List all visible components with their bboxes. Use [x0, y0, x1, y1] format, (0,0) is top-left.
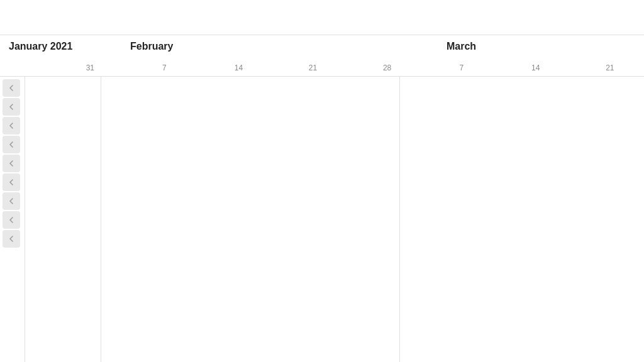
week-number: 28 — [383, 63, 391, 72]
week-number: 7 — [459, 63, 464, 72]
week-number: 7 — [162, 63, 167, 72]
row-collapse-button[interactable] — [3, 79, 20, 97]
timeline-area — [25, 77, 644, 362]
row-controls — [0, 77, 25, 362]
week-number: 14 — [531, 63, 540, 72]
row-collapse-button[interactable] — [3, 98, 20, 116]
row-collapse-button[interactable] — [3, 230, 20, 248]
week-number: 14 — [235, 63, 243, 72]
calendar-header: January 2021FebruaryMarch 31714212871421 — [0, 35, 644, 77]
calendar-body — [0, 77, 644, 362]
week-numbers: 31714212871421 — [0, 60, 644, 76]
row-collapse-button[interactable] — [3, 173, 20, 191]
row-collapse-button[interactable] — [3, 211, 20, 229]
calendar-container: January 2021FebruaryMarch 31714212871421 — [0, 35, 644, 362]
row-collapse-button[interactable] — [3, 136, 20, 153]
month-label: January 2021 — [9, 41, 72, 52]
month-labels: January 2021FebruaryMarch — [0, 35, 644, 58]
row-collapse-button[interactable] — [3, 192, 20, 210]
month-label: March — [447, 41, 476, 52]
month-divider-line — [399, 77, 400, 362]
week-number: 21 — [606, 63, 614, 72]
month-divider-line — [101, 77, 101, 362]
month-label: February — [130, 41, 173, 52]
row-collapse-button[interactable] — [3, 155, 20, 172]
week-number: 21 — [309, 63, 317, 72]
toolbar — [0, 0, 644, 35]
week-number: 31 — [86, 63, 94, 72]
row-collapse-button[interactable] — [3, 117, 20, 134]
